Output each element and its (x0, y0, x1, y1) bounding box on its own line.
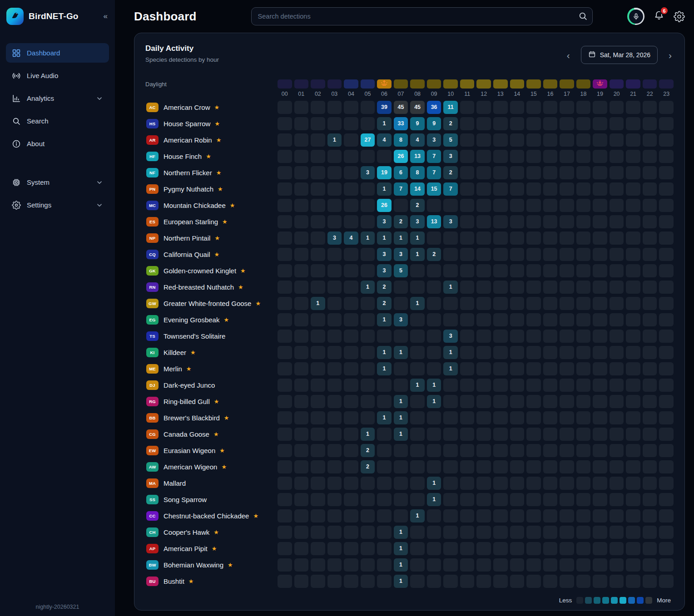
heatmap-cell[interactable] (576, 558, 591, 572)
heatmap-cell[interactable] (377, 379, 392, 392)
heatmap-cell[interactable] (294, 411, 309, 424)
heatmap-cell[interactable] (576, 297, 591, 310)
heatmap-cell[interactable] (576, 150, 591, 163)
heatmap-cell[interactable] (344, 362, 358, 375)
heatmap-cell[interactable] (659, 444, 674, 457)
heatmap-cell[interactable] (427, 411, 441, 424)
heatmap-cell[interactable] (560, 330, 574, 343)
heatmap-cell[interactable] (460, 346, 475, 359)
heatmap-cell[interactable] (610, 199, 624, 212)
heatmap-cell[interactable] (493, 542, 508, 555)
heatmap-cell[interactable] (311, 150, 325, 163)
heatmap-cell[interactable] (278, 575, 292, 588)
heatmap-cell[interactable] (327, 477, 342, 490)
heatmap-cell[interactable] (610, 281, 624, 294)
heatmap-cell[interactable] (610, 232, 624, 245)
heatmap-cell[interactable]: 4 (377, 133, 392, 147)
heatmap-cell[interactable] (593, 379, 607, 392)
heatmap-cell[interactable] (344, 150, 358, 163)
heatmap-cell[interactable] (576, 313, 591, 326)
heatmap-cell[interactable] (410, 493, 425, 506)
heatmap-cell[interactable] (311, 248, 325, 261)
heatmap-cell[interactable]: 4 (410, 133, 425, 147)
heatmap-cell[interactable] (443, 264, 458, 277)
heatmap-cell[interactable]: 1 (410, 297, 425, 310)
heatmap-cell[interactable] (560, 379, 574, 392)
heatmap-cell[interactable] (278, 493, 292, 506)
heatmap-cell[interactable] (493, 264, 508, 277)
species-name[interactable]: Evening Grosbeak (164, 316, 219, 324)
heatmap-cell[interactable] (510, 575, 525, 588)
heatmap-cell[interactable]: 3 (377, 264, 392, 277)
heatmap-cell[interactable] (526, 558, 541, 572)
heatmap-cell[interactable] (526, 150, 541, 163)
heatmap-cell[interactable] (659, 526, 674, 539)
heatmap-cell[interactable]: 1 (410, 509, 425, 522)
heatmap-cell[interactable] (493, 395, 508, 408)
heatmap-cell[interactable]: 8 (394, 133, 408, 147)
heatmap-cell[interactable] (493, 444, 508, 457)
heatmap-cell[interactable] (626, 493, 640, 506)
heatmap-cell[interactable] (526, 101, 541, 114)
heatmap-cell[interactable] (493, 297, 508, 310)
heatmap-cell[interactable] (311, 411, 325, 424)
heatmap-cell[interactable] (626, 117, 640, 130)
heatmap-cell[interactable] (460, 558, 475, 572)
heatmap-cell[interactable] (493, 509, 508, 522)
heatmap-cell[interactable] (626, 248, 640, 261)
heatmap-cell[interactable] (560, 215, 574, 228)
heatmap-cell[interactable] (377, 509, 392, 522)
heatmap-cell[interactable] (278, 460, 292, 473)
heatmap-cell[interactable] (643, 182, 657, 196)
heatmap-cell[interactable] (443, 232, 458, 245)
heatmap-cell[interactable] (460, 297, 475, 310)
heatmap-cell[interactable] (526, 248, 541, 261)
heatmap-cell[interactable]: 1 (443, 281, 458, 294)
heatmap-cell[interactable] (643, 460, 657, 473)
heatmap-cell[interactable] (294, 428, 309, 441)
heatmap-cell[interactable] (510, 117, 525, 130)
heatmap-cell[interactable] (394, 379, 408, 392)
heatmap-cell[interactable] (327, 411, 342, 424)
heatmap-cell[interactable] (443, 199, 458, 212)
heatmap-cell[interactable]: 39 (377, 101, 392, 114)
heatmap-cell[interactable] (311, 428, 325, 441)
heatmap-cell[interactable]: 1 (377, 411, 392, 424)
heatmap-cell[interactable] (560, 542, 574, 555)
heatmap-cell[interactable] (610, 395, 624, 408)
heatmap-cell[interactable] (443, 313, 458, 326)
heatmap-cell[interactable] (526, 395, 541, 408)
heatmap-cell[interactable] (361, 215, 375, 228)
heatmap-cell[interactable]: 1 (443, 346, 458, 359)
heatmap-cell[interactable]: 45 (410, 101, 425, 114)
heatmap-cell[interactable] (576, 428, 591, 441)
heatmap-cell[interactable]: 1 (394, 558, 408, 572)
heatmap-cell[interactable] (659, 199, 674, 212)
heatmap-cell[interactable] (560, 264, 574, 277)
heatmap-cell[interactable] (443, 493, 458, 506)
heatmap-cell[interactable] (610, 444, 624, 457)
species-name[interactable]: Song Sparrow (164, 496, 207, 503)
heatmap-cell[interactable] (344, 215, 358, 228)
heatmap-cell[interactable] (460, 493, 475, 506)
heatmap-cell[interactable] (493, 460, 508, 473)
heatmap-cell[interactable] (361, 362, 375, 375)
heatmap-cell[interactable] (410, 542, 425, 555)
species-name[interactable]: Bohemian Waxwing (164, 561, 223, 569)
heatmap-cell[interactable] (643, 199, 657, 212)
heatmap-cell[interactable] (560, 362, 574, 375)
heatmap-cell[interactable] (294, 297, 309, 310)
heatmap-cell[interactable]: 3 (361, 166, 375, 179)
heatmap-cell[interactable] (361, 182, 375, 196)
heatmap-cell[interactable] (626, 101, 640, 114)
heatmap-cell[interactable] (278, 558, 292, 572)
heatmap-cell[interactable] (460, 509, 475, 522)
heatmap-cell[interactable] (294, 281, 309, 294)
heatmap-cell[interactable] (593, 297, 607, 310)
heatmap-cell[interactable]: 2 (443, 117, 458, 130)
heatmap-cell[interactable]: 3 (443, 150, 458, 163)
heatmap-cell[interactable] (593, 232, 607, 245)
heatmap-cell[interactable] (593, 313, 607, 326)
heatmap-cell[interactable]: 1 (377, 232, 392, 245)
heatmap-cell[interactable] (476, 330, 491, 343)
